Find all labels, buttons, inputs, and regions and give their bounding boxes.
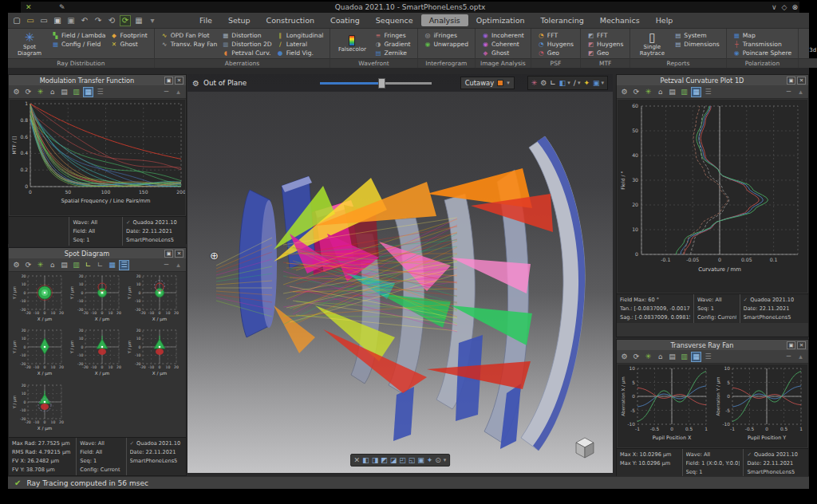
grid-icon[interactable]: ▦ xyxy=(107,260,117,270)
menu-item-coating[interactable]: Coating xyxy=(322,14,368,26)
close-icon[interactable]: ✕ xyxy=(797,77,806,85)
lens-3d-scene[interactable] xyxy=(187,92,613,473)
raytrace-icon[interactable]: ✳ xyxy=(35,260,45,270)
list-icon[interactable]: ☰ xyxy=(703,352,713,362)
ribbon-item-geo[interactable]: ◩Geo xyxy=(587,49,623,57)
ribbon-item-huygens[interactable]: ◩Huygens xyxy=(587,40,623,48)
axis-corner-icon[interactable]: ∟ xyxy=(83,260,93,270)
home-icon[interactable]: ⌂ xyxy=(655,87,665,97)
menu-item-optimization[interactable]: Optimization xyxy=(468,14,533,26)
ribbon-item-dimensions[interactable]: ▤Dimensions xyxy=(674,40,719,48)
save-as-icon[interactable]: ▣ xyxy=(65,15,77,26)
panel-spot-titlebar[interactable]: Spot Diagram ▣ ✕ xyxy=(9,248,186,258)
ribbon-item-transv-ray-fan[interactable]: ∿Transv. Ray Fan xyxy=(161,40,218,48)
chevron-down-icon[interactable]: ▾ xyxy=(567,80,570,86)
raytrace-icon[interactable]: ✳ xyxy=(643,352,653,362)
ribbon-item-zernike[interactable]: ▤Zernike xyxy=(374,49,410,57)
plane-mode-icon[interactable]: ⚙ xyxy=(192,79,199,88)
restore-icon[interactable]: ▣ xyxy=(164,250,173,258)
pin-icon[interactable]: ▴ xyxy=(173,87,184,97)
panel-petzval-titlebar[interactable]: Petzval Curvature Plot 1D ▣ ✕ xyxy=(617,75,808,85)
close-circle-icon[interactable]: ⊗ xyxy=(791,3,798,11)
chevron-down-icon[interactable]: ∨ xyxy=(772,3,777,11)
refresh-icon[interactable]: ⟳ xyxy=(23,87,34,97)
ribbon-item-coherent[interactable]: ◉Coherent xyxy=(482,40,524,48)
gear-icon[interactable]: ⚙ xyxy=(11,260,22,270)
pin-icon[interactable]: ▴ xyxy=(173,260,184,270)
pin-icon[interactable]: ▴ xyxy=(795,352,806,362)
cutaway-dropdown[interactable]: Cutaway ▾ xyxy=(460,77,515,89)
ribbon-item-poincare-sphere[interactable]: ◉Poincare Sphere xyxy=(733,49,792,57)
refresh-icon[interactable]: ⟳ xyxy=(631,87,641,97)
minimize-icon[interactable]: ─ xyxy=(161,87,172,97)
chevron-down-icon[interactable]: ▾ xyxy=(601,80,604,86)
chevron-down-icon[interactable]: ▾ xyxy=(578,80,581,86)
out-of-plane-slider[interactable] xyxy=(320,82,432,85)
export-icon[interactable]: ▥ xyxy=(679,87,689,97)
collapse-icon[interactable]: ✕ xyxy=(354,456,361,464)
home-icon[interactable]: ⌂ xyxy=(47,260,57,270)
cube-right-icon[interactable]: ◰ xyxy=(399,456,406,464)
cutaway-color-swatch[interactable] xyxy=(497,80,503,86)
raytrace-icon[interactable]: ✳ xyxy=(643,87,653,97)
chevron-down-icon[interactable]: ▾ xyxy=(444,457,447,463)
export-icon[interactable]: ▥ xyxy=(71,87,81,97)
ribbon-item-fringes[interactable]: ≡Fringes xyxy=(374,31,410,39)
refresh-all-icon[interactable]: ⟲ xyxy=(106,15,117,26)
float-icon[interactable]: ◇ xyxy=(782,3,787,11)
axis-corner2-icon[interactable]: ∟ xyxy=(95,260,105,270)
vp-colors-icon[interactable]: ◧ xyxy=(559,79,566,87)
redo-icon[interactable]: ↷ xyxy=(93,15,104,26)
orientation-cube[interactable] xyxy=(573,435,597,460)
undo-icon[interactable]: ↶ xyxy=(79,15,90,26)
menu-item-mechanics[interactable]: Mechanics xyxy=(592,14,648,26)
save-icon[interactable]: ▣ xyxy=(52,15,63,26)
minimize-icon[interactable]: ─ xyxy=(161,260,172,270)
ribbon-item-system[interactable]: ▤System xyxy=(674,31,719,39)
ribbon-item-ghost[interactable]: ◆Ghost xyxy=(482,49,524,57)
ribbon-item-fft[interactable]: ◩FFT xyxy=(587,31,623,39)
run-icon[interactable]: ⟳ xyxy=(120,15,131,26)
refresh-icon[interactable]: ⟳ xyxy=(23,260,34,270)
ribbon-item-fft[interactable]: ◔FFT xyxy=(538,31,574,39)
export-icon[interactable]: ▥ xyxy=(679,352,689,362)
minimize-icon[interactable]: ─ xyxy=(783,87,794,97)
table-icon[interactable]: ▦ xyxy=(691,87,701,97)
zoom-tool-icon[interactable]: ⊙ xyxy=(435,456,441,464)
export-icon[interactable]: ▥ xyxy=(71,260,81,270)
menu-item-file[interactable]: File xyxy=(191,14,220,26)
ribbon-button-falsecolor[interactable]: Falsecolor xyxy=(334,30,369,57)
dropdown-icon[interactable]: ▾ xyxy=(147,15,158,26)
ribbon-item-ghost[interactable]: ✕Ghost xyxy=(111,40,148,48)
cube-front-icon[interactable]: ◧ xyxy=(362,456,369,464)
orbit-icon[interactable]: ✦ xyxy=(427,456,433,464)
list2-icon[interactable]: ☰ xyxy=(119,260,129,270)
vp-gear-icon[interactable]: ⚙ xyxy=(540,79,547,87)
ribbon-item-footprint[interactable]: ◆Footprint xyxy=(111,31,148,39)
list-icon[interactable]: ☰ xyxy=(95,87,105,97)
vp-rays-icon[interactable]: ✳ xyxy=(531,79,538,87)
ribbon-item-incoherent[interactable]: ◉Incoherent xyxy=(482,31,524,39)
home-icon[interactable]: ⌂ xyxy=(655,352,665,362)
ribbon-item-unwrapped[interactable]: ◉Unwrapped xyxy=(424,40,469,48)
ribbon-item-gradient[interactable]: ◑Gradient xyxy=(374,40,410,48)
vp-line-icon[interactable]: ∕ xyxy=(574,79,576,87)
menu-item-help[interactable]: Help xyxy=(648,14,681,26)
menu-item-tolerancing[interactable]: Tolerancing xyxy=(533,14,592,26)
ribbon-item-huygens[interactable]: ◔Huygens xyxy=(538,40,574,48)
raytrace-icon[interactable]: ✳ xyxy=(35,87,45,97)
ribbon-item-geo[interactable]: ◔Geo xyxy=(538,49,574,57)
gear-icon[interactable]: ⚙ xyxy=(619,352,630,362)
list-icon[interactable]: ☰ xyxy=(703,87,713,97)
restore-icon[interactable]: ▣ xyxy=(164,77,173,85)
open-recent-icon[interactable]: ▭ xyxy=(38,15,49,26)
cube-iso-icon[interactable]: ◱ xyxy=(408,456,416,464)
gear-icon[interactable]: ⚙ xyxy=(619,87,630,97)
ribbon-item-longitudinal[interactable]: ∥Longitudinal xyxy=(277,31,324,39)
panel-rayfan-titlebar[interactable]: Transverse Ray Fan ▣ ✕ xyxy=(617,340,808,350)
cube-bottom-icon[interactable]: ◩ xyxy=(381,456,388,464)
new-file-icon[interactable]: ▢ xyxy=(11,15,22,26)
copy-icon[interactable]: ▤ xyxy=(667,87,677,97)
vp-corner-icon[interactable]: ∟ xyxy=(550,79,556,87)
refresh-icon[interactable]: ⟳ xyxy=(631,352,641,362)
